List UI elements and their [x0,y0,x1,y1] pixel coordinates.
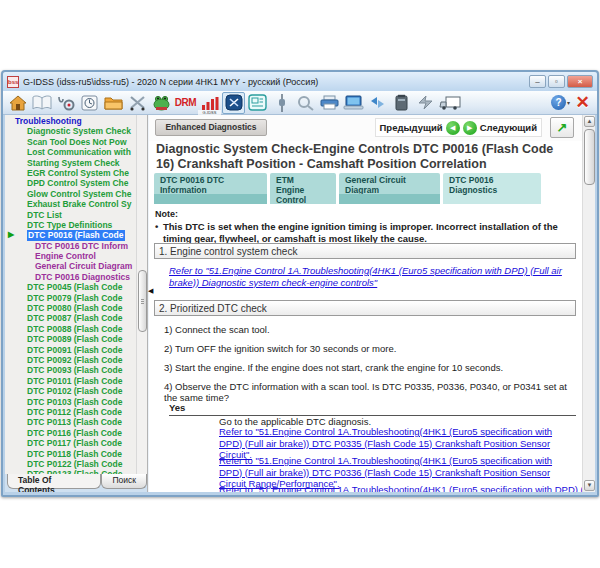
report-icon[interactable] [246,92,269,114]
toc-item[interactable]: Diagnostic System Check [5,126,136,136]
toc-item-label: DTC P0016 Diagnostics [35,272,130,282]
toc-item-label: Glow Control System Che [27,189,131,199]
toc-item[interactable]: DTC P0045 (Flash Code [5,282,136,292]
toc-item[interactable]: DTC P0093 (Flash Code [5,365,136,375]
drm-label[interactable]: DRM [174,92,197,114]
nav-group: Предыдущий ◀ ▶ Следующий [375,118,542,137]
toc-item[interactable]: DTC P0089 (Flash Code [5,334,136,344]
toc-item[interactable]: DTC P0088 (Flash Code [5,324,136,334]
toc-item[interactable]: DTC P0103 (Flash Code [5,397,136,407]
exit-icon[interactable]: ✕ [571,92,594,114]
maximize-button[interactable]: ▫ [548,75,565,88]
printer-icon[interactable] [318,92,341,114]
toc-item[interactable]: DTC P0117 (Flash Code [5,438,136,448]
content-scrollbar[interactable]: ▲ ▼ [582,115,595,492]
toc-item[interactable]: Exhaust Brake Control Sy [5,199,136,209]
toc-item-label: DTC P0122 (Flash Code [27,459,122,469]
minimize-button[interactable]: – [529,75,546,88]
toc-item-label: DTC P0116 (Flash Code [27,428,122,438]
toc-item[interactable]: ▶DTC P0016 (Flash Code [5,230,136,240]
toc-item[interactable]: Troubleshooting [5,116,136,126]
toc-item[interactable]: DTC P0079 (Flash Code [5,293,136,303]
enhanced-diagnostics-button[interactable]: Enhanced Diagnostics [155,119,267,136]
lightning-icon[interactable] [414,92,437,114]
content-scrollbar-thumb[interactable] [584,129,595,185]
open-new-window-button[interactable]: ↗ [550,117,574,138]
client-area: TroubleshootingDiagnostic System CheckSc… [5,115,595,492]
title-bar[interactable]: bss G-IDSS (idss-ru5\idss-ru5) - 2020 N … [3,72,597,91]
splitter-collapse-icon[interactable]: ◀ [148,287,153,295]
toc-item[interactable]: DTC P0113 (Flash Code [5,417,136,427]
tab-dtc-diagnostics[interactable]: DTC P0016 Diagnostics [443,173,541,204]
folder-icon[interactable] [102,92,125,114]
connector-icon[interactable] [270,92,293,114]
toc-item-label: DTC P0045 (Flash Code [27,282,122,292]
help-icon[interactable]: ? ▾ [551,92,570,114]
toc-item-label: EGR Control System Che [27,168,129,178]
toc-item[interactable]: Glow Control System Che [5,189,136,199]
toc-item[interactable]: DPD Control System Che [5,178,136,188]
toc-item[interactable]: DTC P0118 (Flash Code [5,449,136,459]
toc-item[interactable]: General Circuit Diagram [5,261,136,271]
toc-item[interactable]: DTC P0087 (Flash Code [5,313,136,323]
step-2: 2) Turn OFF the ignition switch for 30 s… [164,343,572,354]
toc-item[interactable]: DTC P0080 (Flash Code [5,303,136,313]
toc-item[interactable]: DTC List [5,210,136,220]
toc-item[interactable]: Lost Communication with [5,147,136,157]
close-button[interactable]: × [567,75,593,88]
next-button[interactable]: ▶ [463,121,477,135]
home-icon[interactable] [6,92,29,114]
toc-item[interactable]: Scan Tool Does Not Pow [5,137,136,147]
tab-label2: Engine Control [276,185,306,205]
section-1-header: 1. Engine control system check [154,243,576,259]
stethoscope-icon[interactable] [54,92,77,114]
sync-icon[interactable] [366,92,389,114]
help-caret-icon[interactable]: ▾ [567,99,570,106]
truck-icon[interactable] [438,92,461,114]
toc-item[interactable]: DTC P0016 Diagnostics [5,272,136,282]
search-icon[interactable] [294,92,317,114]
toc-item[interactable]: Engine Control [5,251,136,261]
toc-tree: TroubleshootingDiagnostic System CheckSc… [5,116,136,474]
toc-item[interactable]: EGR Control System Che [5,168,136,178]
toc-item[interactable]: DTC P0112 (Flash Code [5,407,136,417]
sidebar-scrollbar[interactable] [136,115,147,474]
toc-item-label: General Circuit Diagram [35,261,132,271]
sidebar-scrollbar-thumb[interactable] [138,270,147,332]
dtc-partial-link[interactable]: Refer to "51.Engine Control 1A.Troublesh… [219,484,582,492]
toc-item[interactable]: DTC P0016 DTC Inform [5,241,136,251]
toc-item[interactable]: DTC P0102 (Flash Code [5,386,136,396]
tab-search[interactable]: Поиск [101,474,147,489]
laptop-icon[interactable] [342,92,365,114]
cut-icon[interactable] [126,92,149,114]
step-4: 4) Observe the DTC information with a sc… [164,381,572,403]
device-icon[interactable] [390,92,413,114]
toc-item-label: DTC List [27,210,62,220]
toc-item[interactable]: DTC P0116 (Flash Code [5,428,136,438]
book-icon[interactable] [30,92,53,114]
toc-item-label: DTC P0089 (Flash Code [27,334,122,344]
toc-item[interactable]: Starting System Check [5,158,136,168]
timer-icon[interactable] [78,92,101,114]
tab-etm-engine-control[interactable]: ETM Engine Control [270,173,336,204]
toc-item-label: DPD Control System Che [27,178,129,188]
toc-item[interactable]: DTC Type Definitions [5,220,136,230]
tab-general-circuit-diagram[interactable]: General Circuit Diagram [339,173,440,204]
toc-item-label: Starting System Check [27,158,120,168]
scroll-down-icon[interactable]: ▼ [584,480,595,491]
toc-item-label: DTC P0088 (Flash Code [27,324,122,334]
service-tools-icon[interactable] [222,92,245,114]
frog-icon[interactable] [150,92,173,114]
tab-table-of-contents[interactable]: Table Of Contents [7,474,101,489]
chart-icon[interactable]: G-IDSS [198,92,221,114]
toc-item[interactable]: DTC P0092 (Flash Code [5,355,136,365]
engine-control-link[interactable]: Refer to "51.Engine Control 1A.Troublesh… [169,265,562,288]
toc-item[interactable]: DTC P0091 (Flash Code [5,345,136,355]
toc-item[interactable]: DTC P0122 (Flash Code [5,459,136,469]
chart-caption: G-IDSS [198,110,221,115]
scroll-up-icon[interactable]: ▲ [584,116,595,127]
tab-dtc-information[interactable]: DTC P0016 DTC Information [154,173,267,204]
previous-button[interactable]: ◀ [446,121,460,135]
toc-item[interactable]: DTC P0101 (Flash Code [5,376,136,386]
toc-item-label: DTC P0091 (Flash Code [27,345,122,355]
